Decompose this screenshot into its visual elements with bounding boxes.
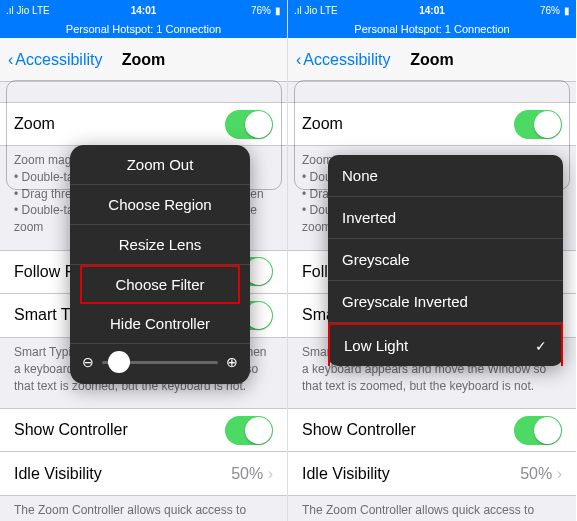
- zoom-cell[interactable]: Zoom: [288, 102, 576, 146]
- hotspot-bar[interactable]: Personal Hotspot: 1 Connection: [288, 20, 576, 38]
- show-controller-label: Show Controller: [302, 421, 416, 439]
- check-icon: ✓: [535, 338, 547, 354]
- zoom-menu-popup: Zoom Out Choose Region Resize Lens Choos…: [70, 145, 250, 384]
- filter-greyscale-inverted[interactable]: Greyscale Inverted: [328, 281, 563, 323]
- filter-low-light[interactable]: Low Light✓: [328, 323, 563, 366]
- nav-bar: ‹Accessibility Zoom: [0, 38, 287, 82]
- show-controller-switch[interactable]: [225, 416, 273, 445]
- idle-visibility-cell[interactable]: Idle Visibility 50% ›: [0, 452, 287, 496]
- zoom-label: Zoom: [14, 115, 55, 133]
- show-controller-cell[interactable]: Show Controller: [288, 408, 576, 452]
- idle-visibility-cell[interactable]: Idle Visibility 50% ›: [288, 452, 576, 496]
- filter-menu-popup: None Inverted Greyscale Greyscale Invert…: [328, 155, 563, 366]
- show-controller-switch[interactable]: [514, 416, 562, 445]
- status-bar: .ıl Jio LTE 14:01 76% ▮: [0, 0, 287, 20]
- plus-icon[interactable]: ⊕: [226, 354, 238, 370]
- zoom-cell[interactable]: Zoom: [0, 102, 287, 146]
- zoom-switch[interactable]: [225, 110, 273, 139]
- zoom-slider[interactable]: [102, 361, 218, 364]
- battery-label: 76%: [251, 5, 271, 16]
- carrier-label: .ıl Jio LTE: [294, 5, 338, 16]
- idle-visibility-value: 50%: [520, 465, 552, 482]
- page-title: Zoom: [288, 51, 576, 69]
- minus-icon[interactable]: ⊖: [82, 354, 94, 370]
- idle-visibility-label: Idle Visibility: [14, 465, 102, 483]
- page-title: Zoom: [0, 51, 287, 69]
- hotspot-bar[interactable]: Personal Hotspot: 1 Connection: [0, 20, 287, 38]
- status-bar: .ıl Jio LTE 14:01 76% ▮: [288, 0, 576, 20]
- controller-footer: The Zoom Controller allows quick access …: [288, 496, 576, 521]
- filter-greyscale[interactable]: Greyscale: [328, 239, 563, 281]
- zoom-slider-row: ⊖ ⊕: [70, 344, 250, 384]
- filter-none[interactable]: None: [328, 155, 563, 197]
- zoom-switch[interactable]: [514, 110, 562, 139]
- zoom-slider-knob[interactable]: [108, 351, 130, 373]
- menu-hide-controller[interactable]: Hide Controller: [70, 304, 250, 344]
- nav-bar: ‹Accessibility Zoom: [288, 38, 576, 82]
- controller-footer: The Zoom Controller allows quick access …: [0, 496, 287, 521]
- idle-visibility-label: Idle Visibility: [302, 465, 390, 483]
- menu-choose-region[interactable]: Choose Region: [70, 185, 250, 225]
- idle-visibility-value: 50%: [231, 465, 263, 482]
- menu-resize-lens[interactable]: Resize Lens: [70, 225, 250, 265]
- menu-choose-filter[interactable]: Choose Filter: [80, 265, 240, 304]
- filter-inverted[interactable]: Inverted: [328, 197, 563, 239]
- menu-zoom-out[interactable]: Zoom Out: [70, 145, 250, 185]
- show-controller-cell[interactable]: Show Controller: [0, 408, 287, 452]
- carrier-label: .ıl Jio LTE: [6, 5, 50, 16]
- show-controller-label: Show Controller: [14, 421, 128, 439]
- zoom-label: Zoom: [302, 115, 343, 133]
- battery-label: 76%: [540, 5, 560, 16]
